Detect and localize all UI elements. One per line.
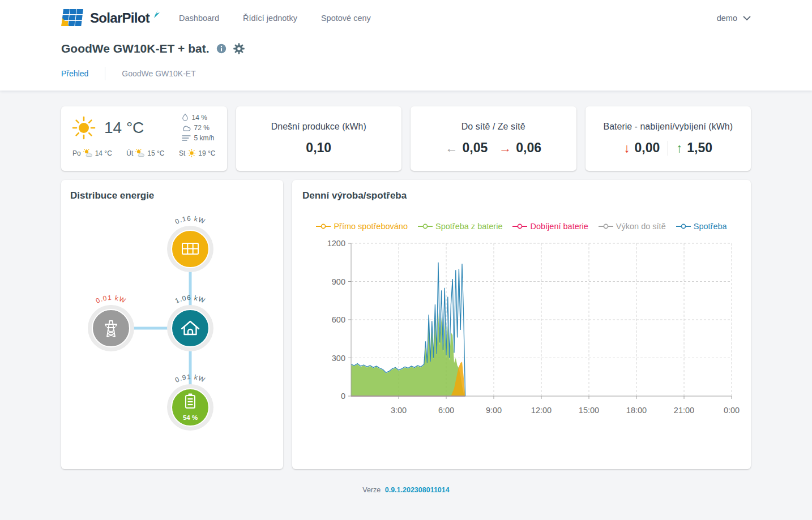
battery-card: Baterie - nabíjení/vybíjení (kWh) ↓ 0,00… [586, 106, 751, 171]
legend-label: Spotřeba [694, 222, 727, 231]
version-number: 0.9.1.202308011014 [385, 486, 450, 494]
svg-text:0.16 kW: 0.16 kW [174, 214, 207, 226]
sun-icon [71, 115, 96, 140]
partly-sunny-icon [135, 149, 145, 157]
legend-item[interactable]: Spotřeba z baterie [418, 222, 503, 231]
page-header: GoodWe GW10K-ET + bat. [0, 36, 812, 91]
legend-label: Spotřeba z baterie [435, 222, 503, 231]
solar-node: 0.16 kW [167, 214, 213, 272]
forecast-temp: 19 °C [198, 149, 215, 157]
legend-marker-icon [599, 223, 613, 230]
info-icon[interactable] [216, 44, 226, 54]
svg-text:6:00: 6:00 [438, 406, 454, 415]
energy-distribution-card: Distribuce energie 0.16 kW [61, 180, 283, 469]
footer: Verze 0.9.1.202308011014 [61, 486, 751, 494]
value-divider [668, 141, 668, 156]
legend-label: Dobíjení baterie [530, 222, 588, 231]
version-label: Verze [362, 486, 381, 494]
daily-chart-card: Denní výroba/spotřeba Přímo spotřebováno… [292, 180, 751, 469]
grid-exchange-title: Do sítě / Ze sítě [461, 122, 525, 132]
battery-title: Baterie - nabíjení/vybíjení (kWh) [603, 122, 733, 132]
from-grid-value: 0,06 [516, 140, 541, 156]
forecast-day: Út [126, 149, 133, 157]
humidity-value: 14 % [191, 114, 207, 122]
energy-flow-diagram: 0.16 kW 0.01 kW [61, 201, 283, 455]
grid-node: 0.01 kW [88, 294, 134, 351]
daily-chart-svg: 030060090012003:006:009:0012:0015:0018:0… [302, 235, 741, 423]
current-temperature: 14 °C [104, 119, 144, 137]
tab-goodwe-gw10k-et[interactable]: GoodWe GW10K-ET [122, 69, 195, 78]
svg-text:600: 600 [332, 315, 345, 324]
legend-marker-icon [418, 223, 433, 230]
forecast-item-monday: Po 14 °C [72, 149, 112, 157]
settings-gear-icon[interactable] [233, 43, 245, 54]
svg-text:0: 0 [341, 392, 345, 401]
svg-text:21:00: 21:00 [674, 406, 694, 415]
grid-power-label: 0.01 kW [95, 294, 127, 305]
wind-icon [182, 135, 191, 141]
forecast-temp: 14 °C [95, 149, 112, 157]
legend-item[interactable]: Dobíjení baterie [512, 222, 588, 231]
svg-text:9:00: 9:00 [486, 406, 502, 415]
svg-text:18:00: 18:00 [626, 406, 647, 415]
battery-discharge-value: 1,50 [687, 140, 712, 156]
cloud-icon [182, 125, 191, 131]
weather-card: 14 °C 14 % 72 % [61, 106, 227, 171]
forecast-item-wednesday: St 19 °C [179, 149, 216, 157]
production-card: Dnešní produkce (kWh) 0,10 [236, 106, 402, 171]
svg-text:900: 900 [332, 277, 345, 286]
battery-soc-label: 54 % [183, 414, 198, 421]
legend-marker-icon [676, 223, 691, 230]
svg-text:300: 300 [332, 354, 345, 363]
production-title: Dnešní produkce (kWh) [271, 122, 366, 132]
svg-text:3:00: 3:00 [391, 406, 407, 415]
to-grid-value: 0,05 [462, 140, 488, 156]
tab-divider [105, 67, 105, 80]
battery-charge-value: 0,00 [634, 140, 660, 156]
production-value: 0,10 [306, 140, 331, 156]
brand-logo[interactable]: SolarPilot [61, 9, 160, 27]
droplet-icon [182, 113, 189, 122]
header-tabs: Přehled GoodWe GW10K-ET [61, 67, 751, 80]
legend-item[interactable]: Přímo spotřebováno [316, 222, 408, 231]
chevron-down-icon [743, 16, 751, 21]
solar-power-label: 0.16 kW [174, 214, 207, 226]
forecast-row: Po 14 °C Út [71, 149, 217, 157]
legend-marker-icon [512, 223, 527, 230]
masthead: SolarPilot Dashboard Řídící jednotky Spo… [0, 0, 812, 91]
forecast-temp: 15 °C [147, 149, 164, 157]
wind-value: 5 km/h [194, 134, 214, 142]
brand-name: SolarPilot [90, 10, 149, 26]
chart-title: Denní výroba/spotřeba [302, 190, 741, 201]
forecast-day: Po [72, 149, 81, 157]
solarpilot-logo-icon [61, 9, 85, 27]
top-navbar: SolarPilot Dashboard Řídící jednotky Spo… [0, 0, 812, 36]
nav-spot-prices[interactable]: Spotové ceny [321, 14, 371, 23]
svg-text:12:00: 12:00 [531, 406, 552, 415]
svg-text:0.01 kW: 0.01 kW [95, 294, 127, 305]
nav-dashboard[interactable]: Dashboard [179, 14, 219, 23]
chart-legend: Přímo spotřebovánoSpotřeba z baterieDobí… [302, 222, 741, 231]
legend-label: Přímo spotřebováno [334, 222, 408, 231]
main-content: 14 °C 14 % 72 % [0, 91, 812, 494]
forecast-item-tuesday: Út 15 °C [126, 149, 164, 157]
page-title: GoodWe GW10K-ET + bat. [61, 42, 210, 55]
partly-sunny-icon [83, 149, 93, 157]
legend-label: Výkon do sítě [616, 222, 666, 231]
grid-exchange-card: Do sítě / Ze sítě ← 0,05 → 0,06 [411, 106, 576, 171]
cloud-cover-value: 72 % [194, 124, 209, 132]
legend-marker-icon [316, 223, 331, 230]
svg-text:1200: 1200 [327, 239, 345, 248]
tab-prehled[interactable]: Přehled [61, 69, 88, 78]
arrow-right-icon: → [499, 142, 511, 154]
legend-item[interactable]: Spotřeba [676, 222, 727, 231]
arrow-up-icon: ↑ [676, 142, 682, 154]
forecast-day: St [179, 149, 185, 157]
brand-bolt-icon [152, 10, 160, 18]
nav-control-units[interactable]: Řídící jednotky [243, 14, 297, 23]
distribution-title: Distribuce energie [70, 190, 283, 201]
legend-item[interactable]: Výkon do sítě [599, 222, 666, 231]
arrow-down-icon: ↓ [623, 142, 630, 154]
user-menu[interactable]: demo [717, 14, 751, 23]
svg-text:0:00: 0:00 [724, 406, 740, 415]
